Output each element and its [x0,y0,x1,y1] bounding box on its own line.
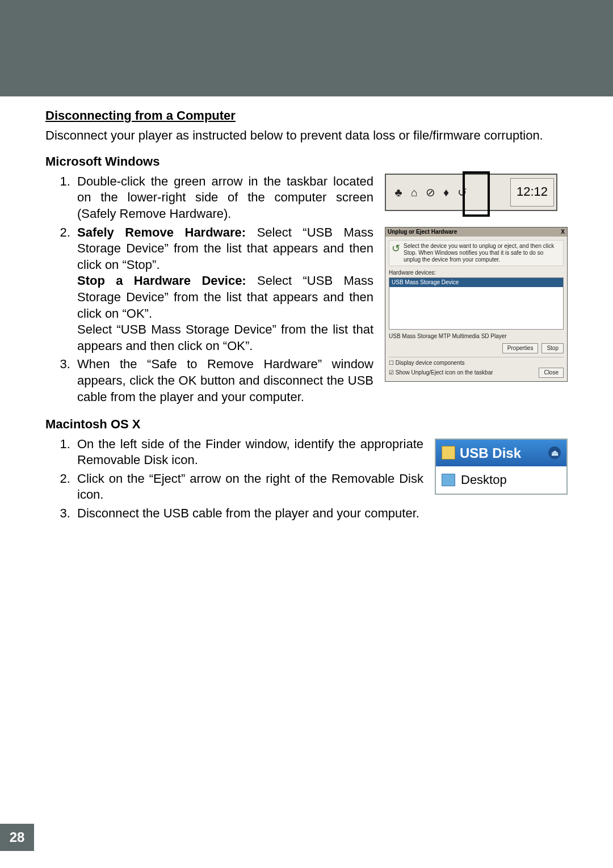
windows-block: Double-click the green arrow in the task… [45,174,568,407]
dialog-titlebar: Unplug or Eject Hardware X [385,227,567,237]
windows-step-1: Double-click the green arrow in the task… [74,174,373,222]
windows-images: ♣ ⌂ ⊘ ♦ ↺ 12:12 Unplug or Eject Hardware… [385,174,568,382]
mac-block: On the left side of the Finder window, i… [45,436,568,505]
tray-icon-3: ⊘ [423,186,437,199]
usb-disk-row: USB Disk ⏏ [436,440,566,466]
tray-icons: ♣ ⌂ ⊘ ♦ ↺ [392,186,469,199]
page-number: 28 [0,824,34,851]
properties-button: Properties [502,343,539,353]
dialog-instruction: ↺ Select the device you want to unplug o… [389,240,564,266]
eject-icon: ↺ [392,243,400,263]
mac-heading: Macintosh OS X [45,416,568,433]
mac-step-2: Click on the “Eject” arrow on the right … [74,471,423,503]
header-band [0,0,613,96]
windows-heading: Microsoft Windows [45,154,568,170]
mac-step-1: On the left side of the Finder window, i… [74,436,423,469]
close-icon: X [561,229,565,235]
checkbox-display-components: ☐ Display device components [389,360,564,366]
mac-step-3: Disconnect the USB cable from the player… [74,505,596,522]
tray-icon-1: ♣ [392,186,405,199]
eject-icon: ⏏ [548,446,561,459]
checkbox-show-icon: ☑ Show Unplug/Eject icon on the taskbar [389,369,493,376]
taskbar-clock: 12:12 [510,178,554,207]
hardware-devices-label: Hardware devices: [389,269,564,276]
finder-sidebar-screenshot: USB Disk ⏏ Desktop [435,439,568,495]
highlight-box [463,171,490,217]
unplug-dialog-screenshot: Unplug or Eject Hardware X ↺ Select the … [385,227,568,382]
dialog-title: Unplug or Eject Hardware [388,229,457,235]
dialog-instruction-text: Select the device you want to unplug or … [404,243,561,263]
selected-device: USB Mass Storage Device [389,278,563,287]
desktop-icon [442,474,455,486]
hardware-listbox: USB Mass Storage Device [389,277,564,330]
taskbar-screenshot: ♣ ⌂ ⊘ ♦ ↺ 12:12 [385,174,557,211]
desktop-row: Desktop [436,466,566,494]
device-description: USB Mass Storage MTP Multimedia SD Playe… [389,333,564,340]
content-body: Disconnecting from a Computer Disconnect… [45,108,568,524]
windows-step-2c: Select “USB Mass Storage Device” from th… [77,322,373,353]
windows-steps: Double-click the green arrow in the task… [45,174,373,407]
windows-step-2: Safely Remove Hardware: Select “USB Mass… [74,225,373,355]
tray-icon-2: ⌂ [408,186,421,199]
safely-remove-label: Safely Remove Hardware: [77,225,246,239]
usb-disk-label: USB Disk [460,444,521,462]
tray-icon-4: ♦ [439,186,453,199]
windows-step-3: When the “Safe to Remove Hardware” windo… [74,356,373,405]
desktop-label: Desktop [461,472,507,488]
section-title: Disconnecting from a Computer [45,108,568,124]
stop-button: Stop [541,343,564,353]
mac-steps: On the left side of the Finder window, i… [45,436,423,505]
mac-image: USB Disk ⏏ Desktop [435,436,568,495]
stop-hardware-label: Stop a Hardware Device: [77,273,246,288]
close-button: Close [539,368,564,378]
manual-page: 28 Disconnecting from a Computer Disconn… [0,0,613,868]
intro-paragraph: Disconnect your player as instructed bel… [45,128,568,144]
usb-disk-icon [442,446,455,460]
